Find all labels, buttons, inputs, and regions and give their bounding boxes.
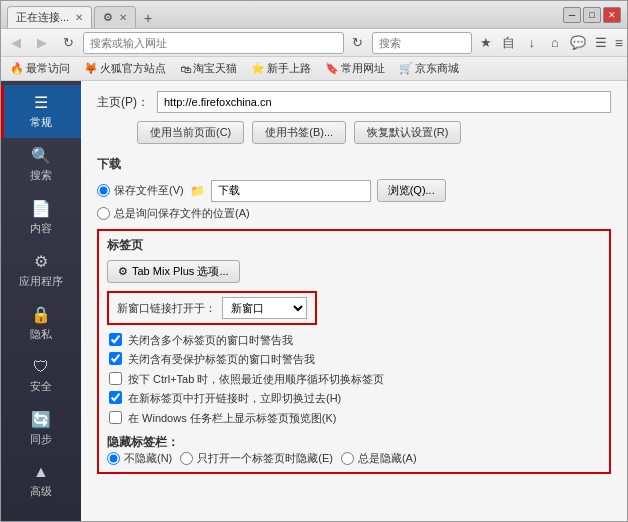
use-bookmark-button[interactable]: 使用书签(B)... [252,121,346,144]
tabmix-options-button[interactable]: ⚙ Tab Mix Plus 选项... [107,260,240,283]
download-ask-label: 总是询问保存文件的位置(A) [114,206,250,221]
home-page-input[interactable] [157,91,611,113]
download-ask-radio-input[interactable] [97,207,110,220]
hidden-tabs-label-3: 总是隐藏(A) [358,451,417,466]
tabs-section-title: 标签页 [107,237,601,254]
hidden-tabs-radio-input-2[interactable] [180,452,193,465]
maximize-button[interactable]: □ [583,7,601,23]
chat-icon[interactable]: 💬 [568,33,588,53]
bookmark-icon-1: 🦊 [84,62,98,75]
sidebar-item-sync[interactable]: 🔄 同步 [1,402,81,455]
minimize-button[interactable]: ─ [563,7,581,23]
new-window-select[interactable]: 新窗口 新标签页 当前标签页 [222,297,307,319]
new-tab-button[interactable]: + [138,8,158,28]
close-button[interactable]: ✕ [603,7,621,23]
selfie-icon[interactable]: 自 [499,33,519,53]
tabmix-label: Tab Mix Plus 选项... [132,264,229,279]
sidebar-item-advanced[interactable]: ▲ 高级 [1,455,81,507]
bookmark-newbie[interactable]: ⭐ 新手上路 [246,59,316,78]
hidden-tabs-radio-2[interactable]: 只打开一个标签页时隐藏(E) [180,451,333,466]
use-current-page-button[interactable]: 使用当前页面(C) [137,121,244,144]
download-icon[interactable]: ↓ [522,33,542,53]
address-input[interactable] [83,32,344,54]
checkbox-label-1: 关闭含多个标签页的窗口时警告我 [128,333,293,348]
download-save-radio[interactable]: 保存文件至(V) [97,183,184,198]
sidebar-item-privacy[interactable]: 🔒 隐私 [1,297,81,350]
bookmark-common-sites[interactable]: 🔖 常用网址 [320,59,390,78]
content-icon: 📄 [31,199,51,218]
tab-1-close[interactable]: ✕ [75,12,83,23]
hidden-tabs-radio-1[interactable]: 不隐藏(N) [107,451,172,466]
checkbox-2[interactable] [109,352,122,365]
bookmark-label-2: 淘宝天猫 [193,61,237,76]
sidebar-label-content: 内容 [30,221,52,236]
back-button[interactable]: ◀ [5,32,27,54]
hidden-tabs-title: 隐藏标签栏： [107,435,179,449]
developer-icon[interactable]: ☰ [591,33,611,53]
privacy-icon: 🔒 [31,305,51,324]
checkbox-row-4: 在新标签页中打开链接时，立即切换过去(H) [107,391,601,406]
sidebar: ☰ 常规 🔍 搜索 📄 内容 ⚙ 应用程序 🔒 隐私 🛡 安全 [1,81,81,521]
bookmark-most-visited[interactable]: 🔥 最常访问 [5,59,75,78]
bookmarks-bar: 🔥 最常访问 🦊 火狐官方站点 🛍 淘宝天猫 ⭐ 新手上路 🔖 常用网址 🛒 京… [1,57,627,81]
home-icon[interactable]: ⌂ [545,33,565,53]
bookmark-jd[interactable]: 🛒 京东商城 [394,59,464,78]
search-input[interactable] [372,32,472,54]
download-path-input[interactable] [211,180,371,202]
tab-2-close[interactable]: ✕ [119,12,127,23]
download-save-label: 保存文件至(V) [114,183,184,198]
sidebar-item-search[interactable]: 🔍 搜索 [1,138,81,191]
sidebar-label-sync: 同步 [30,432,52,447]
tab-bar: 正在连接... ✕ ⚙ ✕ + [7,1,547,28]
tab-1[interactable]: 正在连接... ✕ [7,6,92,28]
download-save-row: 保存文件至(V) 📁 浏览(Q)... [97,179,611,202]
reload-icon[interactable]: ↻ [348,33,368,53]
checkbox-label-4: 在新标签页中打开链接时，立即切换过去(H) [128,391,341,406]
bookmark-label-1: 火狐官方站点 [100,61,166,76]
apps-icon: ⚙ [34,252,48,271]
bookmark-taobao[interactable]: 🛍 淘宝天猫 [175,59,242,78]
refresh-button[interactable]: ↻ [57,32,79,54]
checkbox-label-5: 在 Windows 任务栏上显示标签页预览图(K) [128,411,336,426]
sidebar-label-general: 常规 [30,115,52,130]
checkbox-5[interactable] [109,411,122,424]
checkbox-1[interactable] [109,333,122,346]
bookmark-icon-0: 🔥 [10,62,24,75]
star-icon[interactable]: ★ [476,33,496,53]
general-icon: ☰ [34,93,48,112]
download-save-radio-input[interactable] [97,184,110,197]
sidebar-item-apps[interactable]: ⚙ 应用程序 [1,244,81,297]
window-controls: ─ □ ✕ [563,7,621,23]
hidden-tabs-label-2: 只打开一个标签页时隐藏(E) [197,451,333,466]
checkbox-row-1: 关闭含多个标签页的窗口时警告我 [107,333,601,348]
navbar: ◀ ▶ ↻ ↻ ★ 自 ↓ ⌂ 💬 ☰ ≡ [1,29,627,57]
nav-action-icons: ★ 自 ↓ ⌂ 💬 ☰ [476,33,611,53]
forward-button[interactable]: ▶ [31,32,53,54]
checkbox-label-3: 按下 Ctrl+Tab 时，依照最近使用顺序循环切换标签页 [128,372,384,387]
main-area: ☰ 常规 🔍 搜索 📄 内容 ⚙ 应用程序 🔒 隐私 🛡 安全 [1,81,627,521]
checkbox-label-2: 关闭含有受保护标签页的窗口时警告我 [128,352,315,367]
hidden-tabs-radio-input-3[interactable] [341,452,354,465]
hidden-tabs-radio-3[interactable]: 总是隐藏(A) [341,451,417,466]
menu-button[interactable]: ≡ [615,35,623,51]
sidebar-item-general[interactable]: ☰ 常规 [1,85,81,138]
tabs-section: 标签页 ⚙ Tab Mix Plus 选项... 新窗口链接打开于： 新窗口 新… [97,229,611,474]
restore-default-button[interactable]: 恢复默认设置(R) [354,121,461,144]
download-ask-radio[interactable]: 总是询问保存文件的位置(A) [97,206,250,221]
tab-2[interactable]: ⚙ ✕ [94,6,136,28]
checkbox-row-5: 在 Windows 任务栏上显示标签页预览图(K) [107,411,601,426]
bookmark-icon-5: 🛒 [399,62,413,75]
home-buttons-row: 使用当前页面(C) 使用书签(B)... 恢复默认设置(R) [137,121,611,144]
sidebar-item-security[interactable]: 🛡 安全 [1,350,81,402]
bookmark-label-3: 新手上路 [267,61,311,76]
hidden-tabs-radio-row: 不隐藏(N) 只打开一个标签页时隐藏(E) 总是隐藏(A) [107,451,601,466]
checkbox-3[interactable] [109,372,122,385]
checkbox-4[interactable] [109,391,122,404]
sidebar-label-privacy: 隐私 [30,327,52,342]
bookmark-firefox-official[interactable]: 🦊 火狐官方站点 [79,59,171,78]
download-section: 下载 保存文件至(V) 📁 浏览(Q)... 总是询问保存文件的位置(A) [97,156,611,221]
sidebar-item-content[interactable]: 📄 内容 [1,191,81,244]
download-browse-button[interactable]: 浏览(Q)... [377,179,446,202]
hidden-tabs-radio-input-1[interactable] [107,452,120,465]
bookmark-label-0: 最常访问 [26,61,70,76]
